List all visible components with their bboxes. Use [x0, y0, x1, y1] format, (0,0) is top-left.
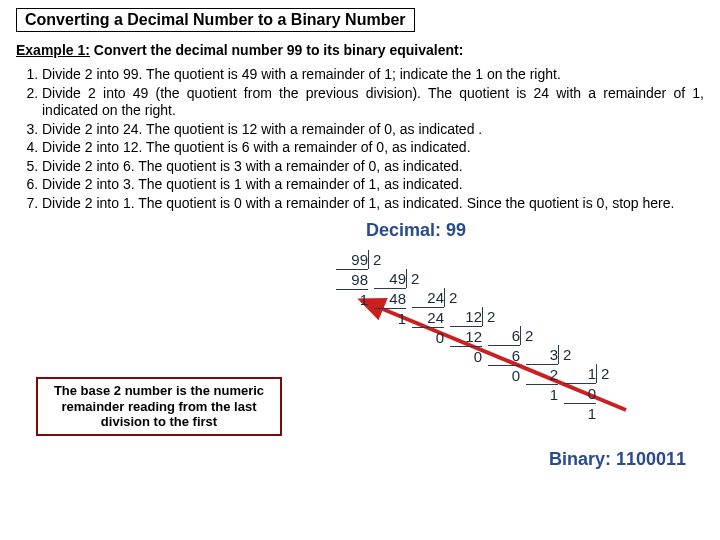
- remainder: 0: [488, 366, 520, 385]
- dividend: 6: [488, 326, 520, 346]
- divisor: 2: [520, 326, 542, 345]
- divisor: 2: [596, 364, 618, 383]
- dividend: 99: [336, 250, 368, 270]
- list-item: Divide 2 into 99. The quotient is 49 wit…: [42, 66, 704, 84]
- list-item: Divide 2 into 12. The quotient is 6 with…: [42, 139, 704, 157]
- list-item: Divide 2 into 24. The quotient is 12 wit…: [42, 121, 704, 139]
- divisor: 2: [558, 345, 580, 364]
- callout-box: The base 2 number is the numeric remaind…: [36, 377, 282, 436]
- list-item: Divide 2 into 49 (the quotient from the …: [42, 85, 704, 120]
- subtrahend: 12: [450, 327, 482, 347]
- subtrahend: 0: [564, 384, 596, 404]
- subtrahend: 24: [412, 308, 444, 328]
- subtrahend: 2: [526, 365, 558, 385]
- dividend: 12: [450, 307, 482, 327]
- example-label: Example 1:: [16, 42, 90, 58]
- division-diagram: Decimal: 99 Binary: 1100011 99 98 1 2 49: [286, 220, 706, 470]
- decimal-label: Decimal: 99: [366, 220, 466, 241]
- remainder: 1: [374, 309, 406, 328]
- subtrahend: 6: [488, 346, 520, 366]
- list-item: Divide 2 into 6. The quotient is 3 with …: [42, 158, 704, 176]
- subtrahend: 48: [374, 289, 406, 309]
- example-line: Example 1: Convert the decimal number 99…: [16, 42, 704, 58]
- list-item: Divide 2 into 3. The quotient is 1 with …: [42, 176, 704, 194]
- example-text: Convert the decimal number 99 to its bin…: [94, 42, 464, 58]
- remainder: 1: [564, 404, 596, 423]
- remainder: 0: [412, 328, 444, 347]
- divisor: 2: [482, 307, 504, 326]
- remainder: 1: [336, 290, 368, 309]
- dividend: 24: [412, 288, 444, 308]
- divisor: 2: [444, 288, 466, 307]
- binary-label: Binary: 1100011: [549, 449, 686, 470]
- divisor: 2: [368, 250, 390, 269]
- list-item: Divide 2 into 1. The quotient is 0 with …: [42, 195, 704, 213]
- dividend: 1: [564, 364, 596, 384]
- divisor: 2: [406, 269, 428, 288]
- dividend: 49: [374, 269, 406, 289]
- remainder: 1: [526, 385, 558, 404]
- page-title: Converting a Decimal Number to a Binary …: [16, 8, 415, 32]
- steps-list: Divide 2 into 99. The quotient is 49 wit…: [16, 66, 704, 212]
- dividend: 3: [526, 345, 558, 365]
- subtrahend: 98: [336, 270, 368, 290]
- remainder: 0: [450, 347, 482, 366]
